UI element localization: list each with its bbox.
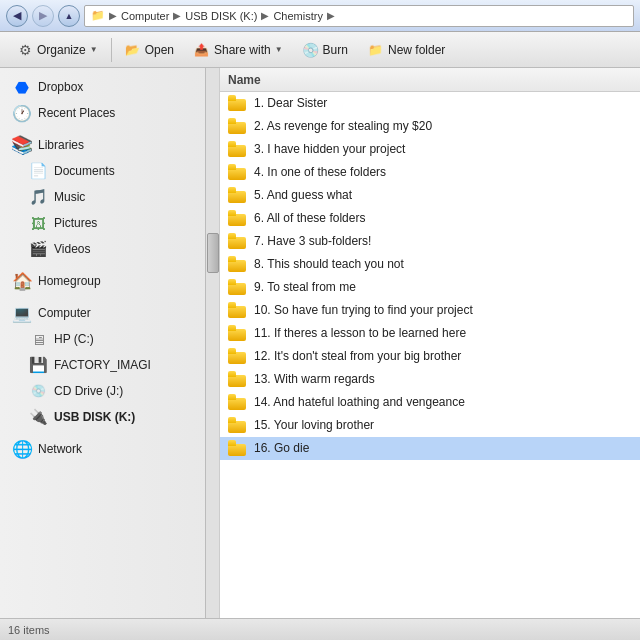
back-button[interactable]: ◀	[6, 5, 28, 27]
folder-icon	[228, 141, 246, 157]
breadcrumb-usb[interactable]: USB DISK (K:)	[185, 10, 257, 22]
sidebar-item-videos[interactable]: 🎬 Videos	[0, 236, 219, 262]
sidebar-item-hp[interactable]: 🖥 HP (C:)	[0, 326, 219, 352]
table-row[interactable]: 15. Your loving brother	[220, 414, 640, 437]
folder-icon	[228, 233, 246, 249]
file-name: 14. And hateful loathing and vengeance	[254, 395, 465, 409]
status-text: 16 items	[8, 624, 50, 636]
file-name: 5. And guess what	[254, 188, 352, 202]
table-row[interactable]: 10. So have fun trying to find your proj…	[220, 299, 640, 322]
libraries-icon: 📚	[12, 135, 32, 155]
hp-drive-icon: 🖥	[28, 329, 48, 349]
folder-icon	[228, 440, 246, 456]
folder-icon	[228, 348, 246, 364]
table-row[interactable]: 7. Have 3 sub-folders!	[220, 230, 640, 253]
folder-icon	[228, 325, 246, 341]
documents-icon: 📄	[28, 161, 48, 181]
breadcrumb-computer[interactable]: Computer	[121, 10, 169, 22]
factory-drive-icon: 💾	[28, 355, 48, 375]
folder-icon	[228, 164, 246, 180]
sidebar-item-usb[interactable]: 🔌 USB DISK (K:)	[0, 404, 219, 430]
file-name: 12. It's don't steal from your big broth…	[254, 349, 461, 363]
burn-button[interactable]: 💿 Burn	[294, 38, 357, 62]
table-row[interactable]: 9. To steal from me	[220, 276, 640, 299]
sidebar-item-factory[interactable]: 💾 FACTORY_IMAGI	[0, 352, 219, 378]
organize-dropdown-arrow: ▼	[90, 45, 98, 54]
sidebar-item-computer[interactable]: 💻 Computer	[0, 300, 219, 326]
file-name: 8. This should teach you not	[254, 257, 404, 271]
sidebar-item-network[interactable]: 🌐 Network	[0, 436, 219, 462]
title-bar: ◀ ▶ ▲ 📁 ▶ Computer ▶ USB DISK (K:) ▶ Che…	[0, 0, 640, 32]
sidebar-item-pictures[interactable]: 🖼 Pictures	[0, 210, 219, 236]
file-name: 11. If theres a lesson to be learned her…	[254, 326, 466, 340]
sidebar-item-homegroup[interactable]: 🏠 Homegroup	[0, 268, 219, 294]
table-row[interactable]: 6. All of these folders	[220, 207, 640, 230]
folder-icon	[228, 279, 246, 295]
file-name: 15. Your loving brother	[254, 418, 374, 432]
open-button[interactable]: 📂 Open	[116, 38, 183, 62]
sidebar-item-music[interactable]: 🎵 Music	[0, 184, 219, 210]
table-row[interactable]: 4. In one of these folders	[220, 161, 640, 184]
folder-icon	[228, 118, 246, 134]
up-button[interactable]: ▲	[58, 5, 80, 27]
table-row[interactable]: 14. And hateful loathing and vengeance	[220, 391, 640, 414]
open-icon: 📂	[125, 42, 141, 58]
folder-icon	[228, 210, 246, 226]
folder-icon	[228, 302, 246, 318]
main-area: ⬣ Dropbox 🕐 Recent Places 📚 Libraries 📄 …	[0, 68, 640, 618]
table-row[interactable]: 12. It's don't steal from your big broth…	[220, 345, 640, 368]
sidebar-item-dropbox[interactable]: ⬣ Dropbox	[0, 74, 219, 100]
breadcrumb-chemistry[interactable]: Chemistry	[273, 10, 323, 22]
table-row[interactable]: 1. Dear Sister	[220, 92, 640, 115]
table-row[interactable]: 13. With warm regards	[220, 368, 640, 391]
address-bar[interactable]: 📁 ▶ Computer ▶ USB DISK (K:) ▶ Chemistry…	[84, 5, 634, 27]
file-name: 9. To steal from me	[254, 280, 356, 294]
sidebar: ⬣ Dropbox 🕐 Recent Places 📚 Libraries 📄 …	[0, 68, 220, 618]
table-row[interactable]: 8. This should teach you not	[220, 253, 640, 276]
file-name: 1. Dear Sister	[254, 96, 327, 110]
table-row[interactable]: 3. I have hidden your project	[220, 138, 640, 161]
organize-button[interactable]: ⚙ Organize ▼	[8, 38, 107, 62]
table-row[interactable]: 2. As revenge for stealing my $20	[220, 115, 640, 138]
organize-icon: ⚙	[17, 42, 33, 58]
sidebar-item-cd-drive[interactable]: 💿 CD Drive (J:)	[0, 378, 219, 404]
file-name: 10. So have fun trying to find your proj…	[254, 303, 473, 317]
new-folder-icon: 📁	[368, 42, 384, 58]
file-name: 6. All of these folders	[254, 211, 365, 225]
toolbar-separator-1	[111, 38, 112, 62]
music-icon: 🎵	[28, 187, 48, 207]
share-button[interactable]: 📤 Share with ▼	[185, 38, 292, 62]
sidebar-scrollbar[interactable]	[205, 68, 219, 618]
folder-icon	[228, 371, 246, 387]
table-row[interactable]: 5. And guess what	[220, 184, 640, 207]
file-name: 16. Go die	[254, 441, 309, 455]
folder-icon-address: 📁	[91, 9, 105, 22]
table-row[interactable]: 11. If theres a lesson to be learned her…	[220, 322, 640, 345]
sidebar-scroll-thumb[interactable]	[207, 233, 219, 273]
new-folder-button[interactable]: 📁 New folder	[359, 38, 454, 62]
file-name: 3. I have hidden your project	[254, 142, 405, 156]
file-name: 2. As revenge for stealing my $20	[254, 119, 432, 133]
file-list[interactable]: Name 1. Dear Sister2. As revenge for ste…	[220, 68, 640, 618]
sidebar-item-libraries[interactable]: 📚 Libraries	[0, 132, 219, 158]
recent-places-icon: 🕐	[12, 103, 32, 123]
status-bar: 16 items	[0, 618, 640, 640]
folder-icon	[228, 394, 246, 410]
file-name: 13. With warm regards	[254, 372, 375, 386]
dropbox-icon: ⬣	[12, 77, 32, 97]
computer-icon: 💻	[12, 303, 32, 323]
file-rows-container: 1. Dear Sister2. As revenge for stealing…	[220, 92, 640, 460]
forward-button[interactable]: ▶	[32, 5, 54, 27]
folder-icon	[228, 256, 246, 272]
share-dropdown-arrow: ▼	[275, 45, 283, 54]
table-row[interactable]: 16. Go die	[220, 437, 640, 460]
cd-drive-icon: 💿	[28, 381, 48, 401]
folder-icon	[228, 95, 246, 111]
homegroup-icon: 🏠	[12, 271, 32, 291]
sidebar-item-recent-places[interactable]: 🕐 Recent Places	[0, 100, 219, 126]
burn-icon: 💿	[303, 42, 319, 58]
network-icon: 🌐	[12, 439, 32, 459]
videos-icon: 🎬	[28, 239, 48, 259]
sidebar-item-documents[interactable]: 📄 Documents	[0, 158, 219, 184]
toolbar: ⚙ Organize ▼ 📂 Open 📤 Share with ▼ 💿 Bur…	[0, 32, 640, 68]
